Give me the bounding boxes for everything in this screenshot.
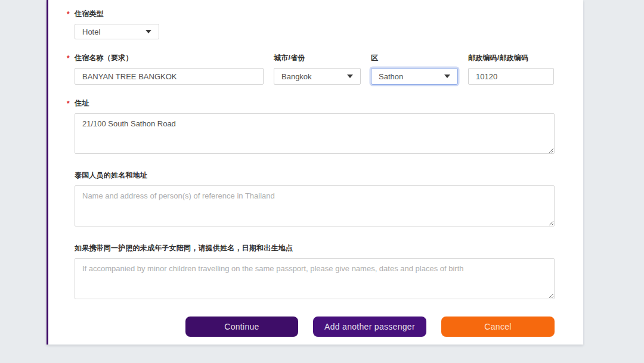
continue-button[interactable]: Continue [185,317,298,337]
address-label: * 住址 [75,98,555,108]
chevron-down-icon [444,75,450,78]
postal-code-label-text: 邮政编码/邮政编码 [468,54,528,62]
address-group: * 住址 21/100 South Sathon Road [75,98,555,154]
district-select[interactable]: Sathon [371,68,458,85]
postal-code-label: 邮政编码/邮政编码 [468,52,554,63]
city-province-group: 城市/省份 Bangkok [274,52,361,85]
accommodation-name-label: * 住宿名称（要求） [75,52,264,63]
city-province-value: Bangkok [281,72,312,81]
reference-label-text: 泰国人员的姓名和地址 [75,171,147,179]
reference-group: 泰国人员的姓名和地址 [75,170,555,227]
accommodation-name-group: * 住宿名称（要求） [75,52,264,85]
form-content: * 住宿类型 Hotel * 住宿名称（要求） 城市/省份 [48,0,583,337]
accommodation-name-label-text: 住宿名称（要求） [75,54,133,62]
district-group: 区 Sathon [371,52,458,85]
address-label-text: 住址 [75,99,89,107]
add-passenger-button[interactable]: Add another passenger [313,317,426,337]
accommodation-type-label-text: 住宿类型 [75,10,104,18]
accommodation-type-group: * 住宿类型 Hotel [75,8,555,39]
chevron-down-icon [347,75,353,78]
cancel-button[interactable]: Cancel [441,317,555,337]
reference-textarea[interactable] [75,185,555,227]
required-asterisk: * [67,98,70,109]
minor-children-textarea[interactable] [75,258,555,299]
minor-children-group: 如果携带同一护照的未成年子女陪同，请提供姓名，日期和出生地点 [75,243,555,299]
accommodation-type-select[interactable]: Hotel [75,24,159,39]
accommodation-type-label: * 住宿类型 [75,8,555,19]
accommodation-type-value: Hotel [82,27,100,36]
district-label-text: 区 [371,54,378,62]
form-actions: Continue Add another passenger Cancel [75,317,555,337]
accommodation-name-input[interactable] [75,68,264,85]
address-textarea[interactable]: 21/100 South Sathon Road [75,113,555,154]
chevron-down-icon [145,30,151,33]
city-province-label-text: 城市/省份 [274,54,305,62]
district-label: 区 [371,52,458,63]
minor-children-label-text: 如果携带同一护照的未成年子女陪同，请提供姓名，日期和出生地点 [75,244,293,252]
city-province-select[interactable]: Bangkok [274,68,361,85]
postal-code-input[interactable] [468,68,554,85]
required-asterisk: * [67,9,70,20]
minor-children-label: 如果携带同一护照的未成年子女陪同，请提供姓名，日期和出生地点 [75,243,555,253]
location-row: * 住宿名称（要求） 城市/省份 Bangkok 区 S [75,52,555,85]
city-province-label: 城市/省份 [274,52,361,63]
form-card: * 住宿类型 Hotel * 住宿名称（要求） 城市/省份 [47,0,583,345]
postal-code-group: 邮政编码/邮政编码 [468,52,554,85]
required-asterisk: * [67,53,70,64]
reference-label: 泰国人员的姓名和地址 [75,170,555,181]
district-value: Sathon [379,72,403,81]
